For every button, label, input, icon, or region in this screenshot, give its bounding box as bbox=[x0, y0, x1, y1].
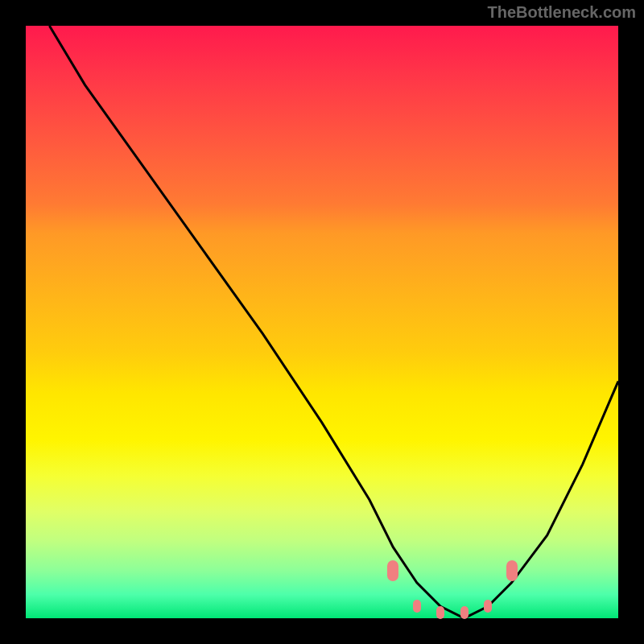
chart-marker bbox=[460, 606, 469, 619]
chart-markers bbox=[26, 26, 618, 618]
chart-marker bbox=[413, 600, 421, 613]
chart-marker bbox=[436, 606, 444, 619]
chart-marker bbox=[387, 560, 398, 581]
attribution-text: TheBottleneck.com bbox=[488, 3, 636, 22]
chart-marker bbox=[484, 600, 492, 613]
chart-marker bbox=[506, 560, 518, 581]
chart-plot-area bbox=[26, 26, 618, 618]
